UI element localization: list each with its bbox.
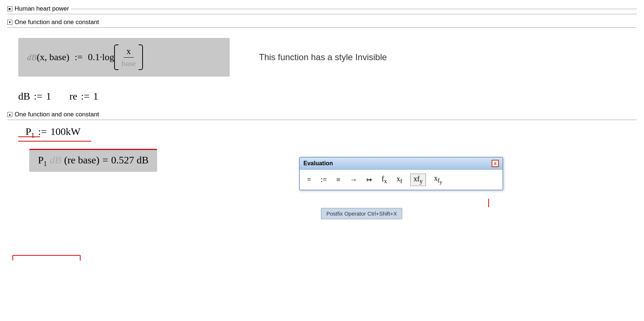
formula-assign-op: := <box>75 52 85 63</box>
p1-rhs: 100kW <box>50 126 80 138</box>
eval-panel-header: Evaluation x <box>300 158 503 170</box>
eval-op-assign[interactable]: := <box>319 175 328 185</box>
result-dB: dB <box>50 154 61 166</box>
tooltip-text: Postfix Operator Ctrl+Shift+X <box>326 210 397 217</box>
section1-label: Human heart power <box>15 5 69 12</box>
p1-assignment: P1 := 100kW <box>26 126 637 139</box>
arrow-down-icon[interactable]: ▼ <box>7 20 12 25</box>
eval-op-xfy[interactable]: xfy <box>410 174 426 186</box>
formula-coeff: 0.1·log <box>88 52 114 63</box>
paren-left <box>114 45 119 70</box>
formula-row: dB (x, base) := 0.1·log x base <box>27 45 221 70</box>
assign-dB-op: := <box>34 90 43 102</box>
assign-dB-rhs: 1 <box>46 90 51 102</box>
eval-op-map[interactable]: ↦ <box>365 175 373 185</box>
formula-box: dB (x, base) := 0.1·log x base <box>18 38 230 77</box>
assign-re-lhs: re <box>69 90 77 102</box>
paren-right <box>139 45 143 70</box>
eval-body: = := ≡ → ↦ fx xf xfy xfy <box>300 170 503 190</box>
result-args: (re base) <box>64 154 100 166</box>
arrow-up-icon[interactable]: ▲ <box>7 112 12 117</box>
result-p1: P1 <box>38 154 47 168</box>
p1-subscript: 1 <box>31 132 35 139</box>
result-box: P1 dB (re base) = 0.527 dB <box>29 149 157 172</box>
p1-lhs: P1 <box>26 126 35 139</box>
section-header-3: ▲ One function and one constant <box>7 109 637 120</box>
frac-denominator: base <box>119 58 139 68</box>
assign-dB: dB := 1 <box>18 90 51 102</box>
formula-params: (x, base) <box>37 52 72 63</box>
section2-label: One function and one constant <box>15 19 99 26</box>
eval-op-xfy2[interactable]: xfy <box>432 173 443 186</box>
formula-fn-name: dB <box>27 53 37 62</box>
result-eq: = <box>102 154 108 166</box>
eval-op-fx[interactable]: fx <box>380 174 388 186</box>
section1-line <box>71 9 637 9</box>
assign-re: re := 1 <box>69 90 98 102</box>
eval-close-button[interactable]: x <box>492 160 499 167</box>
section3-label: One function and one constant <box>15 111 99 118</box>
assign-re-op: := <box>81 90 90 102</box>
result-value: 0.527 dB <box>111 154 149 166</box>
frac-numerator: x <box>124 46 134 58</box>
invisible-note: This function has a style Invisible <box>259 52 387 62</box>
tooltip: Postfix Operator Ctrl+Shift+X <box>321 208 402 219</box>
eval-op-eq[interactable]: = <box>306 175 313 185</box>
eval-panel: Evaluation x = := ≡ → ↦ fx xf xfy xfy <box>299 157 503 190</box>
section-header-2: ▼ One function and one constant <box>7 17 637 28</box>
eval-op-arrow[interactable]: → <box>348 175 358 185</box>
result-p1-sub: 1 <box>44 160 47 167</box>
eval-op-xf[interactable]: xf <box>395 174 404 186</box>
eval-title: Evaluation <box>303 160 333 167</box>
assign-re-rhs: 1 <box>93 90 98 102</box>
eval-op-equiv[interactable]: ≡ <box>335 175 342 185</box>
arrow-right-icon[interactable]: ▶ <box>7 6 12 11</box>
p1-op: := <box>38 126 47 138</box>
section-header-1: ▶ Human heart power <box>7 4 637 14</box>
assign-dB-lhs: dB <box>18 90 30 102</box>
fraction: x base <box>119 46 139 68</box>
assignment-row: dB := 1 re := 1 <box>18 90 637 102</box>
